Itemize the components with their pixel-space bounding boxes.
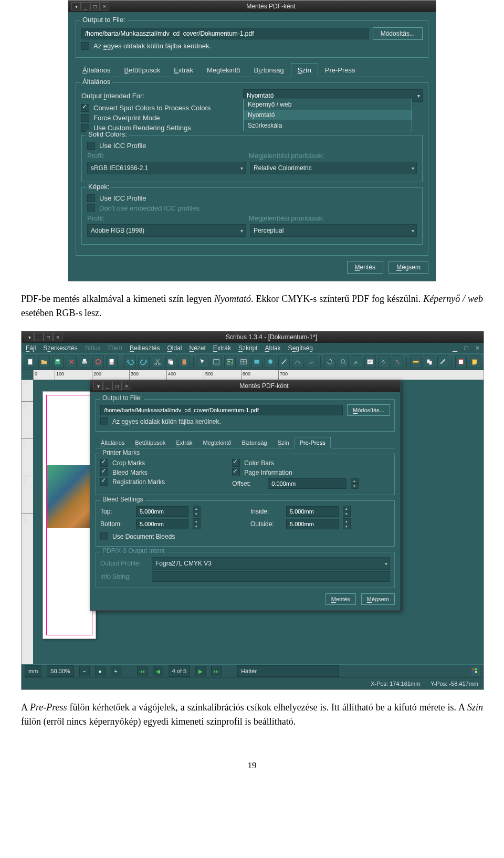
menu-oldal[interactable]: Oldal [167, 344, 182, 352]
modify-button[interactable]: MMódosítás...ódosítás... [373, 27, 423, 40]
preflight-icon[interactable] [92, 355, 104, 368]
save-button[interactable]: Mentés [326, 593, 356, 605]
page-info-checkbox[interactable] [232, 468, 240, 476]
copy-props-icon[interactable] [424, 355, 435, 368]
minimize-icon[interactable]: _ [81, 2, 90, 11]
pdf-annot-icon[interactable] [469, 355, 480, 368]
first-page-icon[interactable]: ⏮ [137, 666, 148, 676]
redo-icon[interactable] [138, 355, 150, 368]
save-icon[interactable] [52, 355, 64, 368]
tab-szin[interactable]: Szín [291, 63, 318, 77]
tab-megtekinto[interactable]: Megtekintő [198, 437, 237, 448]
color-mgmt-icon[interactable] [470, 666, 480, 676]
tab-betutipusok[interactable]: Betűtípusok [117, 63, 167, 77]
outside-input[interactable] [286, 519, 339, 529]
prev-page-icon[interactable]: ◀ [153, 666, 163, 676]
measure-icon[interactable] [410, 355, 422, 368]
zoom-reset-icon[interactable]: ● [95, 666, 106, 676]
story-editor-icon[interactable] [364, 355, 376, 368]
menu-fajl[interactable]: Fájl [26, 344, 36, 352]
zoom-in-icon[interactable]: + [111, 666, 121, 676]
next-page-icon[interactable]: ▶ [195, 666, 206, 676]
inside-spinner[interactable]: ▴▾ [343, 506, 351, 517]
window-menu-icon[interactable]: ▾ [93, 382, 103, 390]
separate-pages-checkbox[interactable] [100, 417, 108, 425]
window-menu-icon[interactable]: ▾ [25, 333, 34, 341]
close-icon[interactable]: × [100, 2, 109, 11]
tab-biztonsag[interactable]: Biztonság [236, 437, 272, 448]
menu-extrak[interactable]: Extrák [213, 344, 231, 352]
tab-biztonsag[interactable]: Biztonság [247, 63, 291, 77]
menu-segitseg[interactable]: Segítség [288, 344, 313, 352]
tab-betutipusok[interactable]: Betűtípusok [130, 437, 171, 448]
image-frame-icon[interactable] [224, 355, 236, 368]
maximize-icon[interactable]: □ [44, 333, 53, 341]
cancel-button[interactable]: Mégsem [361, 593, 395, 605]
offset-spinner[interactable]: ▴▾ [351, 478, 359, 489]
force-overprint-checkbox[interactable] [81, 114, 89, 122]
color-bars-checkbox[interactable] [232, 459, 240, 467]
menu-szkript[interactable]: Szkript [238, 344, 258, 352]
maximize-icon[interactable]: □ [112, 382, 122, 390]
reg-marks-checkbox[interactable] [100, 478, 108, 486]
dropdown-opt-grayscale[interactable]: Szürkeskála [244, 120, 412, 131]
unit-combo[interactable]: mm [25, 665, 41, 677]
page-input[interactable]: 4 of 5 [169, 665, 191, 677]
maximize-icon[interactable]: □ [90, 2, 100, 11]
tab-extrak[interactable]: Extrák [171, 437, 197, 448]
cut-icon[interactable] [152, 355, 163, 368]
unlink-icon[interactable] [392, 355, 403, 368]
last-page-icon[interactable]: ⏭ [211, 666, 222, 676]
zoom-icon[interactable] [338, 355, 349, 368]
pdf-form-icon[interactable] [455, 355, 467, 368]
modify-button[interactable]: Módosítás... [347, 404, 390, 416]
menu-nezet[interactable]: Nézet [190, 344, 206, 352]
outside-spinner[interactable]: ▴▾ [343, 518, 351, 529]
output-path-input[interactable] [100, 405, 343, 415]
inside-input[interactable] [286, 506, 339, 517]
tab-megtekinto[interactable]: Megtekintő [200, 63, 247, 77]
menu-szerkesztes[interactable]: Szerkesztés [43, 344, 77, 352]
mdi-restore-icon[interactable]: □ [465, 344, 468, 352]
bleed-marks-checkbox[interactable] [100, 468, 108, 476]
undo-icon[interactable] [124, 355, 136, 368]
separate-pages-checkbox[interactable] [81, 42, 89, 50]
table-icon[interactable] [238, 355, 249, 368]
window-menu-icon[interactable]: ▾ [71, 2, 81, 11]
bezier-icon[interactable] [292, 355, 303, 368]
close-file-icon[interactable] [66, 355, 77, 368]
dropdown-opt-screen[interactable]: Képernyő / web [244, 99, 412, 110]
use-doc-bleeds-checkbox[interactable] [100, 532, 108, 540]
print-icon[interactable] [79, 355, 90, 368]
top-input[interactable] [136, 506, 188, 517]
top-spinner[interactable]: ▴▾ [193, 506, 201, 517]
save-button[interactable]: Mentés [347, 261, 383, 274]
new-icon[interactable] [25, 355, 36, 368]
shape-icon[interactable] [251, 355, 263, 368]
tab-extrak[interactable]: Extrák [167, 63, 200, 77]
zoom-input[interactable]: 50.00% [47, 665, 74, 677]
tab-altalanos[interactable]: Általános [76, 63, 117, 77]
open-icon[interactable] [38, 355, 50, 368]
copy-icon[interactable] [165, 355, 177, 368]
menu-ablak[interactable]: Ablak [265, 344, 281, 352]
freehand-icon[interactable] [306, 355, 317, 368]
paste-icon[interactable] [178, 355, 190, 368]
pdf-icon[interactable]: PDF [106, 355, 118, 368]
minimize-icon[interactable]: _ [103, 382, 112, 390]
tab-szin[interactable]: Szín [272, 437, 295, 448]
menu-beillesztes[interactable]: Beillesztés [130, 344, 160, 352]
eyedrop-icon[interactable] [437, 355, 449, 368]
line-icon[interactable] [278, 355, 290, 368]
document-page[interactable] [43, 391, 96, 639]
mdi-close-icon[interactable]: × [476, 344, 479, 352]
close-icon[interactable]: × [53, 333, 62, 341]
output-path-input[interactable] [81, 28, 369, 39]
polygon-icon[interactable] [265, 355, 276, 368]
crop-marks-checkbox[interactable] [100, 459, 108, 467]
zoom-out-icon[interactable]: − [79, 666, 90, 676]
cancel-button[interactable]: Mégsem [388, 261, 428, 274]
edit-text-icon[interactable]: A [351, 355, 362, 368]
text-frame-icon[interactable]: T [211, 355, 222, 368]
minimize-icon[interactable]: _ [34, 333, 44, 341]
